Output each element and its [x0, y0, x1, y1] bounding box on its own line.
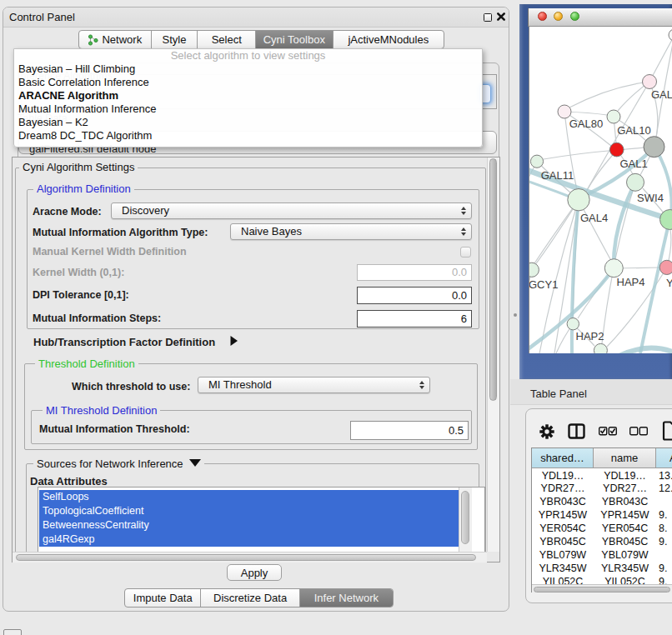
popup-item[interactable]: Mutual Information Inference	[14, 102, 482, 116]
split-columns-icon[interactable]	[568, 423, 585, 439]
cell-name[interactable]: YBR043C	[594, 496, 656, 509]
table-scrollbar-thumb[interactable]	[534, 587, 670, 592]
network-edge[interactable]	[544, 150, 617, 159]
popup-item-selected[interactable]: ARACNE Algorithm	[14, 89, 482, 102]
table-row[interactable]: YLR345WYLR345W9.	[532, 562, 672, 576]
cell-value[interactable]: 9.	[659, 536, 672, 549]
network-node[interactable]	[643, 75, 657, 89]
aracne-mode-combo[interactable]: Discovery	[111, 202, 472, 219]
network-node[interactable]	[567, 318, 579, 330]
network-graph[interactable]: GAL7GAL80GAL10GAL1GAL11SWI4GAL4GCY1HAP4Y…	[529, 27, 672, 353]
cell-shared-name[interactable]: YER054C	[532, 522, 594, 536]
cell-value[interactable]	[659, 496, 672, 509]
table-row[interactable]: YBL079WYBL079W	[532, 549, 672, 562]
manual-kernel-width-checkbox[interactable]	[460, 247, 471, 258]
network-node[interactable]	[530, 155, 543, 168]
cell-value[interactable]: 9.	[659, 562, 672, 576]
float-window-icon[interactable]	[484, 13, 492, 22]
cell-shared-name[interactable]: YDL19…	[532, 470, 594, 483]
table-row[interactable]: YER054CYER054C8.	[532, 522, 672, 536]
cell-name[interactable]: YER054C	[594, 522, 656, 536]
network-window-titlebar[interactable]	[528, 8, 672, 27]
column-header-name[interactable]: name	[594, 448, 656, 468]
list-item[interactable]: BetweennessCentrality	[39, 518, 459, 532]
list-item[interactable]: TopologicalCoefficient	[39, 504, 459, 518]
mi-threshold-field[interactable]: 0.5	[350, 421, 469, 440]
cell-value[interactable]: 8.	[659, 522, 672, 536]
cell-name[interactable]: YLR345W	[594, 562, 656, 576]
zoom-traffic-light-icon[interactable]	[570, 12, 579, 21]
cell-shared-name[interactable]: YBR045C	[532, 536, 594, 549]
sources-title[interactable]: Sources for Network Inference	[33, 458, 204, 470]
list-scrollbar[interactable]	[459, 488, 472, 552]
close-icon[interactable]	[496, 12, 506, 22]
tab-infer-network[interactable]: Infer Network	[300, 589, 393, 607]
popup-item[interactable]: Dream8 DC_TDC Algorithm	[14, 129, 482, 142]
kernel-width-field[interactable]: 0.0	[357, 264, 472, 281]
tab-style[interactable]: Style	[152, 31, 198, 48]
network-edge[interactable]	[656, 35, 672, 138]
horizontal-scrollbar-thumb[interactable]	[16, 554, 476, 561]
cell-name[interactable]: YBR045C	[594, 536, 656, 549]
network-node[interactable]	[594, 343, 607, 353]
minimize-traffic-light-icon[interactable]	[554, 12, 563, 21]
expand-right-icon[interactable]	[229, 335, 238, 347]
table-row[interactable]: YBR045CYBR045C9.	[532, 536, 672, 549]
network-node[interactable]	[660, 210, 672, 230]
vertical-scrollbar[interactable]	[487, 158, 499, 552]
network-node[interactable]	[568, 189, 589, 211]
tab-select[interactable]: Select	[198, 31, 256, 48]
cell-name[interactable]: YPR145W	[594, 509, 656, 522]
cell-value[interactable]: 12.	[659, 482, 672, 496]
cell-name[interactable]: YBL079W	[594, 549, 656, 562]
vertical-scrollbar-thumb[interactable]	[489, 158, 497, 401]
cell-name[interactable]: YDR27…	[594, 482, 656, 496]
tab-discretize-data[interactable]: Discretize Data	[201, 589, 299, 607]
cell-value[interactable]	[659, 549, 672, 562]
select-all-checks-icon[interactable]	[599, 427, 617, 436]
tab-impute-data[interactable]: Impute Data	[125, 589, 201, 607]
tab-network[interactable]: Network	[79, 31, 152, 48]
list-scrollbar-thumb[interactable]	[461, 491, 469, 544]
split-handle-icon[interactable]	[514, 313, 517, 317]
dpi-tolerance-field[interactable]: 0.0	[357, 287, 472, 304]
table-row[interactable]: YPR145WYPR145W9.	[532, 509, 672, 522]
network-edge[interactable]	[569, 82, 649, 108]
cell-shared-name[interactable]: YBL079W	[532, 549, 594, 562]
network-node[interactable]	[627, 173, 644, 191]
cell-shared-name[interactable]: YDR27…	[532, 482, 594, 496]
network-node[interactable]	[607, 110, 620, 123]
network-node[interactable]	[558, 105, 571, 118]
network-node[interactable]	[659, 260, 672, 274]
cell-shared-name[interactable]: YPR145W	[532, 509, 594, 522]
network-view-canvas[interactable]: GAL7GAL80GAL10GAL1GAL11SWI4GAL4GCY1HAP4Y…	[529, 27, 672, 353]
network-node[interactable]	[529, 262, 539, 277]
collapse-down-icon[interactable]	[189, 459, 201, 467]
mi-algorithm-type-combo[interactable]: Naive Bayes	[230, 223, 472, 240]
hub-definition-label[interactable]: Hub/Transcription Factor Definition	[33, 336, 215, 348]
table-row[interactable]: YDR27…YDR27…12.	[532, 482, 672, 496]
network-edge[interactable]	[534, 200, 579, 263]
deselect-checks-icon[interactable]	[629, 427, 648, 436]
column-header-next[interactable]: A	[656, 448, 672, 468]
network-edge[interactable]	[614, 182, 635, 268]
popup-item[interactable]: Basic Correlation Inference	[14, 76, 482, 89]
network-node[interactable]	[669, 29, 672, 41]
cell-shared-name[interactable]: YLR345W	[532, 562, 594, 576]
network-node[interactable]	[644, 137, 664, 158]
network-node[interactable]	[609, 142, 624, 157]
list-item[interactable]: SelfLoops	[39, 490, 459, 504]
gear-icon[interactable]	[539, 424, 554, 439]
mi-steps-field[interactable]: 6	[357, 310, 472, 328]
cell-value[interactable]: 13.	[659, 470, 672, 483]
table-row[interactable]: YDL19…YDL19…13.	[532, 470, 672, 483]
popup-item[interactable]: Bayesian – Hill Climbing	[14, 62, 482, 76]
new-column-icon[interactable]	[662, 421, 672, 441]
apply-button[interactable]: Apply	[227, 564, 282, 581]
table-horizontal-scrollbar[interactable]	[532, 584, 672, 592]
close-traffic-light-icon[interactable]	[538, 12, 547, 21]
cell-value[interactable]: 9.	[659, 509, 672, 522]
horizontal-scrollbar[interactable]	[13, 552, 487, 562]
list-item[interactable]: gal4RGexp	[39, 532, 459, 547]
cell-name[interactable]: YDL19…	[594, 470, 656, 483]
